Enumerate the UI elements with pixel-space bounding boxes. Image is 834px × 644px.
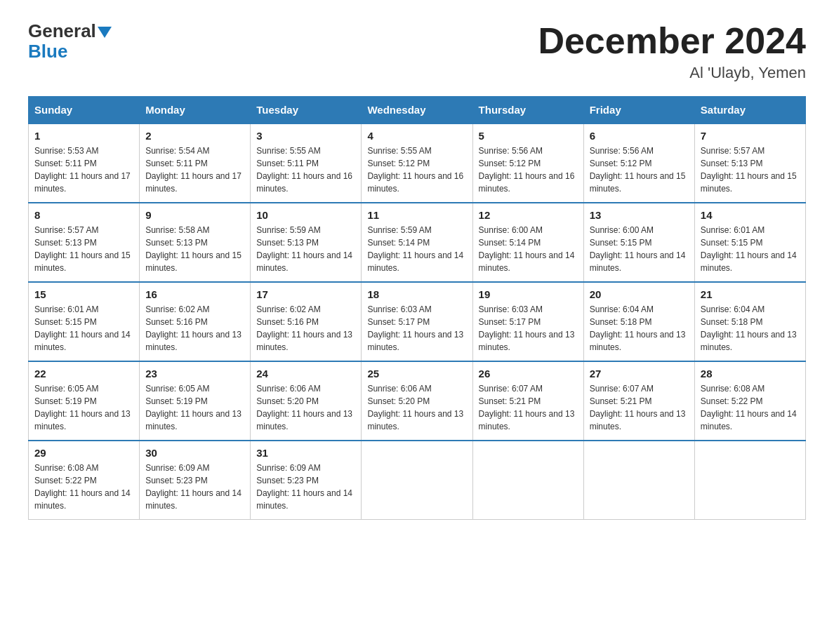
day-info: Sunrise: 6:00 AM Sunset: 5:14 PM Dayligh…: [479, 224, 578, 274]
day-info: Sunrise: 6:07 AM Sunset: 5:21 PM Dayligh…: [479, 382, 578, 433]
title-block: December 2024 Al 'Ulayb, Yemen: [538, 21, 806, 82]
calendar-header-wednesday: Wednesday: [362, 97, 472, 124]
day-number: 23: [145, 368, 244, 380]
day-info: Sunrise: 6:06 AM Sunset: 5:20 PM Dayligh…: [367, 382, 466, 433]
day-number: 4: [367, 130, 466, 142]
day-number: 9: [145, 209, 244, 221]
logo-text: General Blue: [28, 21, 96, 61]
day-info: Sunrise: 5:54 AM Sunset: 5:11 PM Dayligh…: [145, 145, 244, 195]
day-info: Sunrise: 6:08 AM Sunset: 5:22 PM Dayligh…: [701, 382, 800, 433]
day-number: 19: [479, 288, 578, 300]
calendar-day-cell: 8 Sunrise: 5:57 AM Sunset: 5:13 PM Dayli…: [29, 203, 140, 282]
calendar-day-cell: 19 Sunrise: 6:03 AM Sunset: 5:17 PM Dayl…: [472, 282, 583, 361]
calendar-header-saturday: Saturday: [694, 97, 805, 124]
calendar-day-cell: 12 Sunrise: 6:00 AM Sunset: 5:14 PM Dayl…: [472, 203, 583, 282]
day-info: Sunrise: 6:09 AM Sunset: 5:23 PM Dayligh…: [256, 462, 355, 512]
calendar-table: SundayMondayTuesdayWednesdayThursdayFrid…: [28, 96, 806, 520]
calendar-day-cell: 25 Sunrise: 6:06 AM Sunset: 5:20 PM Dayl…: [362, 361, 472, 441]
day-number: 8: [34, 209, 133, 221]
day-info: Sunrise: 6:05 AM Sunset: 5:19 PM Dayligh…: [34, 382, 133, 433]
day-number: 20: [590, 288, 689, 300]
day-number: 17: [256, 288, 355, 300]
day-number: 16: [145, 288, 244, 300]
day-info: Sunrise: 5:58 AM Sunset: 5:13 PM Dayligh…: [145, 224, 244, 274]
day-info: Sunrise: 5:59 AM Sunset: 5:14 PM Dayligh…: [367, 224, 466, 274]
day-info: Sunrise: 5:56 AM Sunset: 5:12 PM Dayligh…: [479, 145, 578, 195]
day-info: Sunrise: 6:08 AM Sunset: 5:22 PM Dayligh…: [34, 462, 133, 512]
calendar-day-cell: 14 Sunrise: 6:01 AM Sunset: 5:15 PM Dayl…: [694, 203, 805, 282]
calendar-day-cell: 5 Sunrise: 5:56 AM Sunset: 5:12 PM Dayli…: [472, 123, 583, 203]
logo-blue: Blue: [28, 41, 96, 62]
calendar-day-cell: 4 Sunrise: 5:55 AM Sunset: 5:12 PM Dayli…: [362, 123, 472, 203]
calendar-day-cell: 10 Sunrise: 5:59 AM Sunset: 5:13 PM Dayl…: [251, 203, 362, 282]
calendar-header-sunday: Sunday: [29, 97, 140, 124]
calendar-day-cell: 21 Sunrise: 6:04 AM Sunset: 5:18 PM Dayl…: [694, 282, 805, 361]
calendar-day-cell: 17 Sunrise: 6:02 AM Sunset: 5:16 PM Dayl…: [251, 282, 362, 361]
calendar-day-cell: 6 Sunrise: 5:56 AM Sunset: 5:12 PM Dayli…: [583, 123, 694, 203]
calendar-day-cell: [472, 441, 583, 520]
calendar-day-cell: 24 Sunrise: 6:06 AM Sunset: 5:20 PM Dayl…: [251, 361, 362, 441]
day-info: Sunrise: 6:05 AM Sunset: 5:19 PM Dayligh…: [145, 382, 244, 433]
day-number: 1: [34, 130, 133, 142]
day-number: 22: [34, 368, 133, 380]
day-info: Sunrise: 6:04 AM Sunset: 5:18 PM Dayligh…: [590, 303, 689, 354]
calendar-day-cell: 18 Sunrise: 6:03 AM Sunset: 5:17 PM Dayl…: [362, 282, 472, 361]
day-info: Sunrise: 5:53 AM Sunset: 5:11 PM Dayligh…: [34, 145, 133, 195]
day-number: 24: [256, 368, 355, 380]
page-header: General Blue December 2024 Al 'Ulayb, Ye…: [28, 21, 806, 82]
calendar-day-cell: 22 Sunrise: 6:05 AM Sunset: 5:19 PM Dayl…: [29, 361, 140, 441]
day-info: Sunrise: 6:07 AM Sunset: 5:21 PM Dayligh…: [590, 382, 689, 433]
day-number: 28: [701, 368, 800, 380]
calendar-day-cell: 2 Sunrise: 5:54 AM Sunset: 5:11 PM Dayli…: [140, 123, 251, 203]
calendar-week-row: 8 Sunrise: 5:57 AM Sunset: 5:13 PM Dayli…: [29, 203, 806, 282]
calendar-day-cell: 26 Sunrise: 6:07 AM Sunset: 5:21 PM Dayl…: [472, 361, 583, 441]
day-number: 26: [479, 368, 578, 380]
day-info: Sunrise: 5:59 AM Sunset: 5:13 PM Dayligh…: [256, 224, 355, 274]
calendar-day-cell: [362, 441, 472, 520]
calendar-day-cell: 30 Sunrise: 6:09 AM Sunset: 5:23 PM Dayl…: [140, 441, 251, 520]
calendar-day-cell: 27 Sunrise: 6:07 AM Sunset: 5:21 PM Dayl…: [583, 361, 694, 441]
day-number: 5: [479, 130, 578, 142]
calendar-day-cell: 29 Sunrise: 6:08 AM Sunset: 5:22 PM Dayl…: [29, 441, 140, 520]
day-info: Sunrise: 6:03 AM Sunset: 5:17 PM Dayligh…: [479, 303, 578, 354]
calendar-day-cell: 15 Sunrise: 6:01 AM Sunset: 5:15 PM Dayl…: [29, 282, 140, 361]
day-info: Sunrise: 5:57 AM Sunset: 5:13 PM Dayligh…: [34, 224, 133, 274]
calendar-day-cell: 11 Sunrise: 5:59 AM Sunset: 5:14 PM Dayl…: [362, 203, 472, 282]
day-number: 6: [590, 130, 689, 142]
logo: General Blue: [28, 21, 112, 61]
calendar-day-cell: 31 Sunrise: 6:09 AM Sunset: 5:23 PM Dayl…: [251, 441, 362, 520]
calendar-day-cell: 7 Sunrise: 5:57 AM Sunset: 5:13 PM Dayli…: [694, 123, 805, 203]
day-number: 14: [701, 209, 800, 221]
day-number: 29: [34, 447, 133, 459]
calendar-header-tuesday: Tuesday: [251, 97, 362, 124]
day-number: 2: [145, 130, 244, 142]
day-info: Sunrise: 6:02 AM Sunset: 5:16 PM Dayligh…: [145, 303, 244, 354]
day-number: 21: [701, 288, 800, 300]
day-number: 31: [256, 447, 355, 459]
calendar-day-cell: 3 Sunrise: 5:55 AM Sunset: 5:11 PM Dayli…: [251, 123, 362, 203]
month-title: December 2024: [538, 21, 806, 61]
day-info: Sunrise: 6:04 AM Sunset: 5:18 PM Dayligh…: [701, 303, 800, 354]
calendar-day-cell: 13 Sunrise: 6:00 AM Sunset: 5:15 PM Dayl…: [583, 203, 694, 282]
calendar-day-cell: 28 Sunrise: 6:08 AM Sunset: 5:22 PM Dayl…: [694, 361, 805, 441]
calendar-header-row: SundayMondayTuesdayWednesdayThursdayFrid…: [29, 97, 806, 124]
day-number: 25: [367, 368, 466, 380]
calendar-header-friday: Friday: [583, 97, 694, 124]
day-info: Sunrise: 6:03 AM Sunset: 5:17 PM Dayligh…: [367, 303, 466, 354]
day-info: Sunrise: 5:55 AM Sunset: 5:11 PM Dayligh…: [256, 145, 355, 195]
calendar-day-cell: [583, 441, 694, 520]
day-number: 30: [145, 447, 244, 459]
day-number: 18: [367, 288, 466, 300]
calendar-day-cell: 23 Sunrise: 6:05 AM Sunset: 5:19 PM Dayl…: [140, 361, 251, 441]
day-info: Sunrise: 5:57 AM Sunset: 5:13 PM Dayligh…: [701, 145, 800, 195]
day-number: 3: [256, 130, 355, 142]
day-number: 27: [590, 368, 689, 380]
calendar-header-monday: Monday: [140, 97, 251, 124]
calendar-week-row: 22 Sunrise: 6:05 AM Sunset: 5:19 PM Dayl…: [29, 361, 806, 441]
calendar-day-cell: 9 Sunrise: 5:58 AM Sunset: 5:13 PM Dayli…: [140, 203, 251, 282]
calendar-week-row: 29 Sunrise: 6:08 AM Sunset: 5:22 PM Dayl…: [29, 441, 806, 520]
day-number: 10: [256, 209, 355, 221]
calendar-day-cell: 20 Sunrise: 6:04 AM Sunset: 5:18 PM Dayl…: [583, 282, 694, 361]
day-number: 13: [590, 209, 689, 221]
calendar-header-thursday: Thursday: [472, 97, 583, 124]
